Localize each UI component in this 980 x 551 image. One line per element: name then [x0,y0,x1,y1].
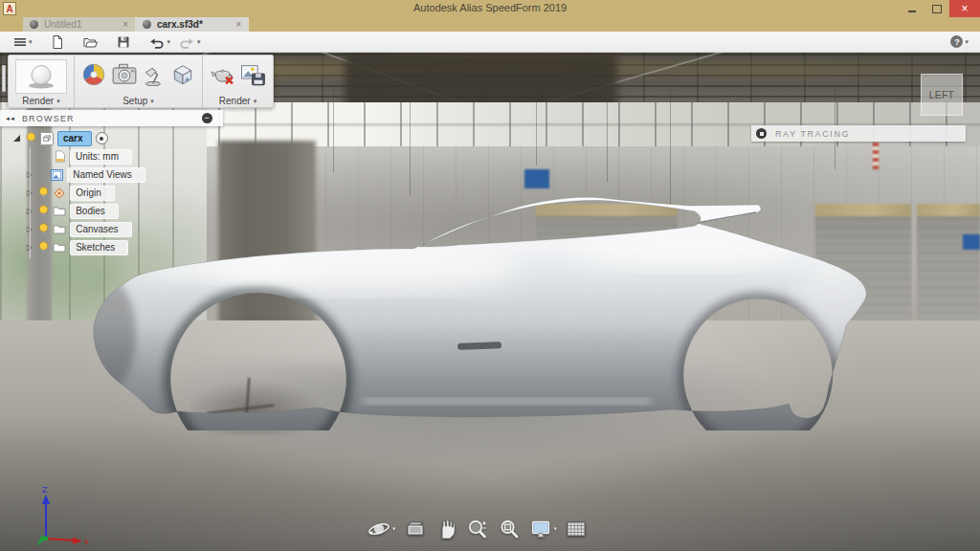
hanging-cable [536,81,537,165]
browser-tree: carx Units: mm ▷ Named Views [0,126,223,255]
window-title: Autodesk Alias SpeedForm 2019 [413,2,567,13]
striped-pole [873,141,879,169]
caret-down-icon: ▾ [554,525,558,533]
titlebar: A Autodesk Alias SpeedForm 2019 × [0,0,980,17]
tree-row-units[interactable]: Units: mm [0,148,223,165]
tab-close-icon[interactable]: × [222,19,241,30]
color-wheel-icon [81,62,106,87]
tree-row-named-views[interactable]: ▷ Named Views [0,166,223,183]
tree-row-sketches[interactable]: ▷ Sketches [0,239,223,255]
render-ribbon: Render▾ [8,55,274,108]
tree-row-origin[interactable]: ▷ Origin [0,185,223,201]
pan-button[interactable] [434,518,457,540]
save-image-icon [240,62,266,87]
ray-tracing-stop-icon[interactable] [756,128,767,139]
close-button[interactable]: × [949,0,980,17]
new-file-button[interactable] [46,33,69,52]
units-document-icon [55,150,66,163]
display-settings-button[interactable]: ▾ [528,518,558,540]
tree-row-bodies[interactable]: ▷ Bodies [0,203,223,219]
visibility-bulb-icon[interactable] [26,132,36,144]
environment-button[interactable] [170,62,195,91]
undo-icon [148,34,166,50]
help-button[interactable]: ? ▾ [947,33,972,52]
redo-button[interactable]: ▾ [174,33,205,52]
ray-tracing-bar[interactable]: RAY TRACING [751,125,966,142]
caret-expanded-icon[interactable] [13,135,20,142]
camera-icon [111,63,138,86]
in-canvas-render-button[interactable] [15,59,67,94]
tree-item-label-sketches[interactable]: Sketches [70,240,128,255]
restore-button[interactable] [924,0,949,17]
tab-carx[interactable]: carx.sf3d* × [136,17,249,32]
hanging-cable [410,81,411,196]
setup-group-label[interactable]: Setup▾ [122,96,154,106]
tree-item-label-units[interactable]: Units: mm [70,149,132,165]
roller-door [917,204,980,322]
document-sphere-icon [30,20,38,29]
visibility-bulb-icon[interactable] [38,241,49,253]
visibility-bulb-icon[interactable] [38,187,49,199]
panel-handle[interactable] [2,65,6,92]
tree-item-label-carx[interactable]: carx [57,131,92,146]
capture-image-button[interactable] [240,62,266,91]
lighting-button[interactable] [143,63,166,90]
tab-close-icon[interactable]: × [109,19,128,30]
axis-z-label: Z [42,485,48,495]
caret-down-icon: ▾ [167,38,171,46]
activate-radio-icon[interactable] [96,132,108,144]
ribbon-group-render: Render▾ [202,55,273,107]
save-button[interactable] [112,33,135,52]
tree-item-label-named-views[interactable]: Named Views [67,167,145,183]
zoom-icon [465,518,490,540]
view-cube[interactable]: LEFT [921,74,963,116]
orbit-button[interactable]: ▾ [367,518,396,540]
undo-button[interactable]: ▾ [145,33,175,52]
axis-x-label: x [84,537,89,546]
minimize-button[interactable] [900,0,924,17]
visibility-bulb-icon[interactable] [38,223,49,235]
close-icon: × [961,2,968,15]
render-output-group-label[interactable]: Render▾ [219,96,256,106]
tree-row-root[interactable]: carx [0,130,223,146]
tab-label: carx.sf3d* [157,19,203,30]
remove-icon[interactable]: − [202,113,212,123]
render-group-label[interactable]: Render▾ [22,96,59,106]
caret-down-icon: ▾ [56,98,60,105]
grid-button[interactable] [565,518,588,540]
fit-button[interactable] [498,518,521,540]
visibility-bulb-icon[interactable] [38,205,49,217]
tab-untitled1[interactable]: Untitled1 × [23,17,136,32]
ribbon-group-setup: Setup▾ [74,55,202,107]
collapse-panel-icon[interactable]: ◄◄ [5,116,14,121]
component-cube-icon [40,132,54,145]
document-sphere-icon [143,20,151,29]
tree-item-label-bodies[interactable]: Bodies [70,204,119,219]
zoom-button[interactable] [465,518,490,540]
view-cube-face-label: LEFT [929,90,954,100]
caret-down-icon: ▾ [29,38,33,46]
tree-item-label-canvases[interactable]: Canvases [70,222,131,237]
tree-guide-line [30,147,31,258]
folder-icon [53,206,66,216]
appearance-button[interactable] [81,62,106,91]
hanging-cable [607,81,608,182]
caret-down-icon: ▾ [965,38,969,46]
new-file-icon [50,34,65,50]
environment-cube-icon [170,62,195,87]
open-file-button[interactable] [78,33,102,52]
scene-settings-button[interactable] [111,63,138,90]
look-at-button[interactable] [404,518,427,540]
3d-viewport[interactable]: Render▾ [0,53,980,551]
stop-render-button[interactable] [210,63,235,90]
file-menu-button[interactable]: ▾ [10,33,36,52]
display-settings-icon [528,518,553,540]
tree-item-label-origin[interactable]: Origin [70,186,115,201]
ribbon-group-render-mode: Render▾ [9,55,74,107]
browser-title: BROWSER [22,114,75,123]
pan-hand-icon [434,518,457,540]
tree-row-canvases[interactable]: ▷ Canvases [0,221,223,237]
autodesk-logo-icon[interactable]: A [3,2,16,15]
tab-label: Untitled1 [44,19,81,30]
save-floppy-icon [116,34,131,50]
